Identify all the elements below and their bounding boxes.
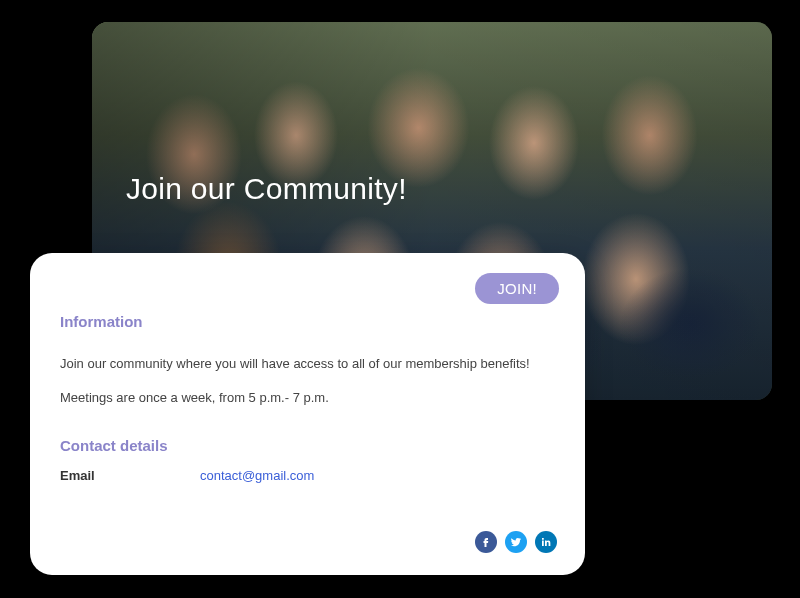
information-text-2: Meetings are once a week, from 5 p.m.- 7… [60,388,555,408]
contact-email-link[interactable]: contact@gmail.com [200,468,314,483]
contact-label-email: Email [60,468,200,483]
twitter-icon[interactable] [505,531,527,553]
social-icons [475,531,557,553]
hero-title: Join our Community! [126,172,407,206]
contact-details-heading: Contact details [60,437,555,454]
info-card: JOIN! Information Join our community whe… [30,253,585,575]
information-text-1: Join our community where you will have a… [60,354,555,374]
join-button[interactable]: JOIN! [475,273,559,304]
linkedin-icon[interactable] [535,531,557,553]
facebook-icon[interactable] [475,531,497,553]
contact-row-email: Email contact@gmail.com [60,468,555,483]
information-heading: Information [60,313,555,330]
